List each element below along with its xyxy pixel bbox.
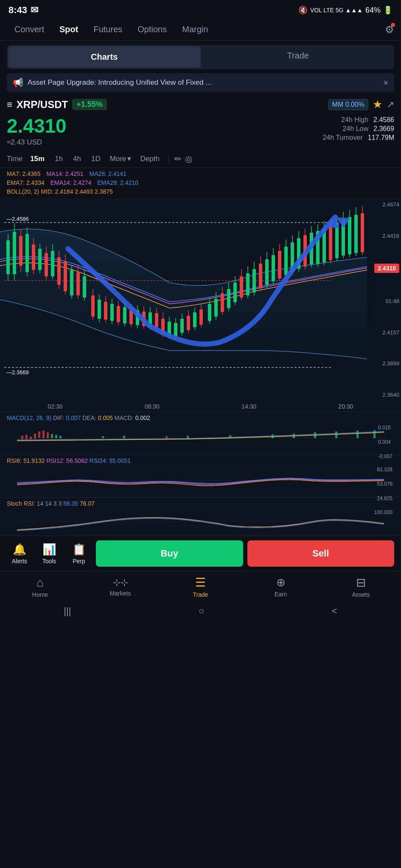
main-chart[interactable]: —2.4586 —2.3669 2.4674 2.4416 2.4310 01:…	[0, 198, 401, 401]
alerts-button[interactable]: 🔔 Alerts	[7, 543, 32, 565]
mm-value: 0.00%	[345, 101, 365, 108]
macd-val: 0.002	[135, 415, 150, 421]
system-back-btn[interactable]: <	[332, 606, 337, 617]
time-1h[interactable]: 1h	[50, 153, 67, 165]
candlestick-chart: —2.4586 —2.3669	[0, 198, 367, 401]
stoch-y1: 100.000	[374, 509, 393, 515]
nav-assets[interactable]: ⊟ Assets	[344, 576, 378, 598]
nav-trade[interactable]: ☰ Trade	[184, 576, 218, 598]
bottom-nav: ⌂ Home ⊹⊹ Markets ☰ Trade ⊕ Earn ⊟ Asset…	[0, 571, 401, 601]
svg-rect-123	[34, 434, 36, 439]
mm-badge: MM 0.00%	[328, 99, 368, 110]
indicators-display: MA7: 2.4365 MA14: 2.4251 MA28: 2.4141 EM…	[0, 168, 401, 198]
tab-spot[interactable]: Spot	[52, 21, 86, 38]
buy-button[interactable]: Buy	[96, 540, 243, 567]
settings-button[interactable]: ⚙	[385, 24, 394, 36]
rsi-y3: 24.825	[377, 495, 393, 501]
nav-earn[interactable]: ⊕ Earn	[264, 576, 298, 598]
low-label: 24h Low	[343, 125, 369, 133]
more-periods-btn[interactable]: More ▾	[107, 153, 135, 165]
macd-y3: -0.007	[378, 453, 393, 459]
notification-dot	[391, 23, 395, 27]
chart-controls: Time 15m 1h 4h 1D More ▾ Depth ✏ ◎	[0, 150, 401, 168]
asset-name: XRP/USDT	[17, 99, 68, 111]
depth-btn[interactable]: Depth	[136, 153, 164, 165]
assets-label: Assets	[352, 591, 370, 598]
network-icon: VOL LTE 5G ▲▲▲	[310, 7, 363, 14]
announce-icon: 📢	[13, 78, 23, 88]
x-label-4: 20:30	[338, 403, 353, 410]
svg-rect-132	[165, 436, 168, 438]
svg-text:—2.4586: —2.4586	[6, 216, 29, 222]
price-section: 2.4310 ≈2.43 USD 24h High 2.4586 24h Low…	[0, 113, 401, 150]
stochrsi-chart	[7, 509, 394, 534]
tab-futures[interactable]: Futures	[86, 21, 130, 38]
rsi24-label: RSI24:	[90, 457, 109, 464]
perp-button[interactable]: 📋 Perp	[66, 543, 92, 565]
nav-home[interactable]: ⌂ Home	[23, 576, 57, 598]
stochrsi-label: Stoch RSI:	[7, 500, 35, 507]
svg-rect-120	[21, 436, 23, 439]
tab-options[interactable]: Options	[130, 21, 174, 38]
announcement-text: Asset Page Upgrade: Introducing Unified …	[28, 78, 379, 87]
current-time: 01:48	[385, 298, 399, 304]
time-4h[interactable]: 4h	[69, 153, 85, 165]
turnover-label: 24h Turnover	[322, 134, 362, 142]
draw-icon[interactable]: ✏	[174, 154, 182, 164]
ma14-label: MA14: 2.4251	[46, 170, 83, 178]
time-1d[interactable]: 1D	[87, 153, 105, 165]
ma7-label: MA7: 2.4365	[7, 170, 40, 178]
svg-rect-128	[55, 435, 57, 438]
favorite-icon[interactable]: ★	[373, 98, 382, 111]
y-label-5: 2.3899	[382, 360, 399, 367]
markets-label: Markets	[110, 590, 131, 597]
x-label-1: 02:30	[48, 403, 63, 410]
rsi6-label: RSI6:	[7, 457, 23, 464]
tools-button[interactable]: 📊 Tools	[36, 543, 62, 565]
rsi6-val: 51.9132	[23, 457, 45, 464]
close-announcement-btn[interactable]: ×	[383, 78, 388, 88]
macd-section: MACD(12, 26, 9) DIF: 0.007 DEA: 0.005 MA…	[0, 412, 401, 454]
rsi-y-labels: 81.328 53.076 24.825	[377, 467, 393, 501]
nav-markets[interactable]: ⊹⊹ Markets	[104, 577, 137, 597]
chart-x-axis: 02:30 08:30 14:30 20:30	[0, 401, 401, 412]
system-nav: ||| ○ <	[0, 601, 401, 623]
ema14-label: EMA14: 2.4274	[50, 178, 92, 187]
current-price-badge: 2.4310	[374, 264, 399, 273]
target-icon[interactable]: ◎	[185, 154, 192, 164]
markets-icon: ⊹⊹	[113, 577, 128, 588]
svg-rect-126	[47, 432, 49, 438]
asset-menu-icon[interactable]: ≡	[7, 99, 12, 110]
tools-icon: 📊	[42, 543, 56, 556]
trade-toggle-btn[interactable]: Trade	[202, 45, 395, 69]
turnover-value: 117.79M	[368, 134, 394, 142]
bell-icon: 🔔	[13, 543, 26, 556]
y-label-6: 2.3640	[382, 392, 399, 398]
price-usd: ≈2.43 USD	[7, 138, 322, 147]
status-bar: 8:43 ✉ 🔇 VOL LTE 5G ▲▲▲ 64% 🔋	[0, 0, 401, 19]
time-15m[interactable]: 15m	[26, 153, 49, 165]
stochrsi-val1: 58.35	[63, 500, 78, 507]
ema28-label: EMA28: 2.4210	[97, 178, 138, 187]
time-display: 8:43	[8, 5, 27, 16]
svg-rect-129	[59, 436, 62, 438]
stoch-y-label: 100.000	[374, 509, 393, 515]
y-label-2: 2.4416	[382, 233, 399, 239]
stochrsi-val2: 76.07	[80, 500, 95, 507]
macd-dif: 0.007	[66, 415, 81, 421]
asset-change-badge: +1.55%	[72, 99, 107, 110]
charts-toggle-btn[interactable]: Charts	[8, 46, 201, 68]
tab-convert[interactable]: Convert	[7, 21, 52, 38]
time-label: Time	[7, 155, 22, 163]
high-label: 24h High	[341, 116, 368, 124]
rsi12-label: RSI12:	[46, 457, 66, 464]
system-home-btn[interactable]: ○	[199, 606, 204, 617]
tab-margin[interactable]: Margin	[174, 21, 216, 38]
svg-rect-140	[373, 430, 376, 438]
sell-button[interactable]: Sell	[247, 540, 395, 567]
external-link-icon[interactable]: ↗	[387, 99, 394, 110]
chart-area: —2.4586 —2.3669	[0, 198, 367, 401]
system-menu-btn[interactable]: |||	[64, 606, 71, 617]
macd-dea: 0.005	[98, 415, 113, 421]
price-left: 2.4310 ≈2.43 USD	[7, 114, 322, 147]
